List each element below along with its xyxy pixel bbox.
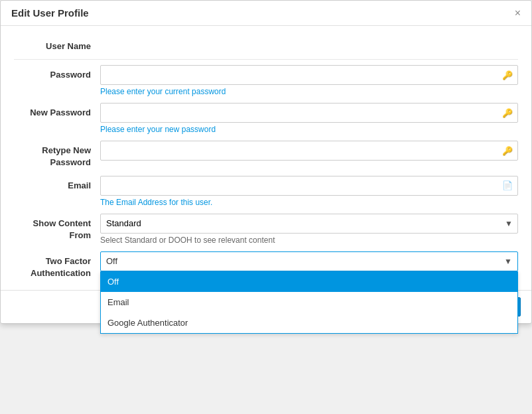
- username-label: User Name: [14, 36, 100, 52]
- new-password-control: 🔑 Please enter your new password: [100, 103, 518, 134]
- retype-password-label: Retype NewPassword: [14, 141, 100, 169]
- username-row: User Name: [14, 36, 518, 52]
- show-content-label: Show ContentFrom: [14, 214, 100, 242]
- show-content-row: Show ContentFrom Standard DOOH ▼ Select …: [14, 214, 518, 245]
- email-input-wrapper: 📄: [100, 176, 518, 196]
- show-content-hint: Select Standard or DOOH to see relevant …: [100, 236, 518, 245]
- show-content-control: Standard DOOH ▼ Select Standard or DOOH …: [100, 214, 518, 245]
- dialog-body: User Name Password 🔑 Please enter your c…: [1, 26, 531, 279]
- email-row: Email 📄 The Email Address for this user.: [14, 176, 518, 207]
- new-password-label: New Password: [14, 103, 100, 119]
- password-input-wrapper: 🔑: [100, 65, 518, 85]
- new-password-row: New Password 🔑 Please enter your new pas…: [14, 103, 518, 134]
- new-password-input[interactable]: [100, 103, 518, 123]
- show-content-select[interactable]: Standard DOOH: [100, 214, 518, 234]
- two-factor-dropdown-trigger[interactable]: Off ▼: [100, 251, 518, 271]
- retype-password-row: Retype NewPassword 🔑: [14, 141, 518, 169]
- password-label: Password: [14, 65, 100, 81]
- password-row: Password 🔑 Please enter your current pas…: [14, 65, 518, 96]
- two-factor-control: Off ▼ Off Email Google Authenticator: [100, 251, 518, 271]
- close-button[interactable]: ×: [515, 8, 521, 19]
- password-input[interactable]: [100, 65, 518, 85]
- email-input[interactable]: [100, 176, 518, 196]
- email-label: Email: [14, 176, 100, 192]
- email-control: 📄 The Email Address for this user.: [100, 176, 518, 207]
- password-control: 🔑 Please enter your current password: [100, 65, 518, 96]
- dialog-header: Edit User Profile ×: [1, 1, 531, 26]
- retype-password-input[interactable]: [100, 141, 518, 161]
- two-factor-label: Two FactorAuthentication: [14, 251, 100, 279]
- dialog-title: Edit User Profile: [11, 7, 89, 19]
- two-factor-option-off[interactable]: Off: [101, 271, 517, 292]
- two-factor-dropdown-wrapper: Off ▼ Off Email Google Authenticator: [100, 251, 518, 271]
- two-factor-selected-value: Off: [106, 256, 117, 266]
- retype-password-control: 🔑: [100, 141, 518, 161]
- password-hint: Please enter your current password: [100, 87, 518, 96]
- two-factor-dropdown-list: Off Email Google Authenticator: [100, 271, 518, 334]
- new-password-hint: Please enter your new password: [100, 125, 518, 134]
- edit-user-profile-dialog: Edit User Profile × User Name Password 🔑…: [0, 0, 532, 324]
- two-factor-option-email[interactable]: Email: [101, 292, 517, 312]
- two-factor-option-google[interactable]: Google Authenticator: [101, 312, 517, 333]
- email-hint: The Email Address for this user.: [100, 198, 518, 207]
- two-factor-row: Two FactorAuthentication Off ▼ Off Email…: [14, 251, 518, 279]
- show-content-select-wrapper: Standard DOOH ▼: [100, 214, 518, 234]
- retype-password-input-wrapper: 🔑: [100, 141, 518, 161]
- two-factor-arrow-icon: ▼: [504, 257, 512, 266]
- new-password-input-wrapper: 🔑: [100, 103, 518, 123]
- separator-1: [14, 59, 518, 60]
